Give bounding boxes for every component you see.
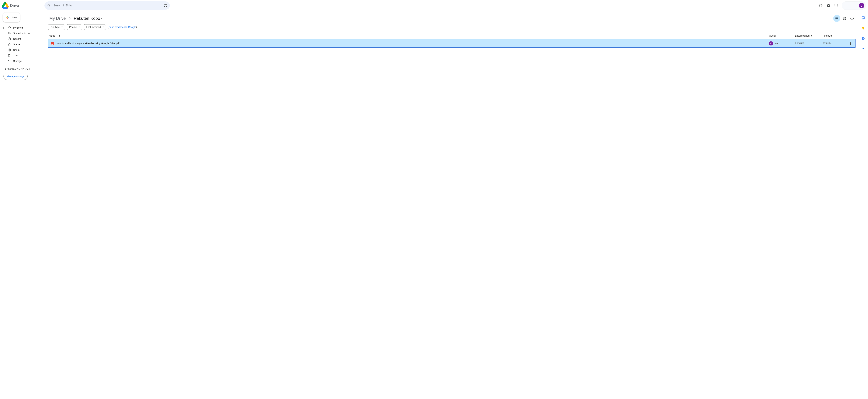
nav-shared[interactable]: Shared with me [2,31,42,36]
search-input[interactable] [53,4,162,7]
topbar: Drive C [0,0,868,11]
svg-point-11 [850,44,850,44]
star-icon [8,43,11,46]
search-icon[interactable] [45,2,53,9]
svg-point-15 [862,37,865,40]
file-name-cell: PDF How to add books to your eReader usi… [49,42,769,45]
file-size: 805 KB [823,42,847,45]
svg-rect-13 [862,17,865,17]
svg-point-8 [837,6,837,7]
plus-icon [5,15,10,20]
svg-point-4 [836,5,836,6]
svg-point-10 [850,43,850,43]
spam-icon [8,48,11,52]
chevron-right-icon [68,17,72,20]
product-name: Drive [10,3,19,8]
nav-starred[interactable]: Starred [2,42,42,47]
chip-file-type[interactable]: File type ▼ [48,24,65,30]
nav-label: Recent [13,37,21,40]
svg-point-3 [835,5,835,6]
chip-label: Last modified [86,26,101,28]
dropdown-icon: ▼ [61,26,63,28]
drive-icon [2,2,9,9]
svg-point-0 [835,4,835,5]
expand-icon[interactable]: ▶ [3,27,5,29]
nav-label: Starred [13,43,21,46]
breadcrumb-current[interactable]: Rakuten Kobo ▼ [72,15,104,22]
clock-icon [8,37,11,41]
account-switcher[interactable]: C [842,1,866,10]
sidebar: New ▶ My Drive Shared with me [0,11,44,399]
help-icon[interactable] [817,2,824,9]
content-area: My Drive Rakuten Kobo ▼ [44,12,858,399]
chip-label: People [69,26,77,28]
col-owner[interactable]: Owner [769,34,795,37]
svg-point-16 [863,48,864,49]
breadcrumb-current-label: Rakuten Kobo [74,16,100,21]
feedback-link[interactable]: Send feedback to Google [108,26,136,28]
svg-point-9 [850,42,850,43]
filter-chips: File type ▼ People ▼ Last modified ▼ (Se… [48,23,856,32]
svg-text:31: 31 [863,18,864,19]
nav-spam[interactable]: Spam [2,47,42,53]
storage-text: 14.08 GB of 15 GB used [3,68,40,70]
nav-label: Trash [13,54,19,57]
feedback-text: (Send feedback to Google) [107,26,136,28]
logo[interactable]: Drive [2,2,43,9]
chip-label: File type [51,26,60,28]
drive-outline-icon [8,26,11,30]
sort-down-icon[interactable] [58,34,61,37]
nav-recent[interactable]: Recent [2,36,42,42]
svg-point-6 [835,6,835,7]
row-more-icon[interactable] [847,40,854,47]
dropdown-icon: ▼ [78,26,80,28]
dropdown-icon: ▼ [101,18,103,20]
storage-fill [3,66,32,66]
column-header: Name Owner Last modified ▼ File size [48,32,856,39]
breadcrumb-root[interactable]: My Drive [48,15,67,22]
addons-plus-icon[interactable] [860,60,867,66]
settings-icon[interactable] [825,2,832,9]
col-last-modified[interactable]: Last modified ▼ [795,34,823,37]
contacts-icon[interactable] [860,45,867,53]
file-name: How to add books to your eReader using G… [56,42,119,45]
dropdown-icon: ▼ [102,26,104,28]
manage-storage-button[interactable]: Manage storage [3,73,28,80]
file-owner: me [774,42,778,45]
chip-people[interactable]: People ▼ [67,24,82,30]
nav-label: Spam [13,49,20,51]
svg-point-5 [837,5,837,6]
keep-icon[interactable] [860,25,867,32]
new-button[interactable]: New [3,12,20,22]
topbar-actions: C [817,1,867,10]
nav-storage[interactable]: Storage [2,58,42,64]
people-icon [8,32,11,35]
grid-view-toggle[interactable] [841,15,848,22]
new-label: New [12,16,17,19]
svg-point-1 [836,4,836,5]
col-file-size[interactable]: File size [823,34,847,37]
file-modified: 2:15 PM [795,42,823,45]
owner-avatar: C [769,41,773,45]
calendar-icon[interactable]: 31 [860,14,867,21]
nav-trash[interactable]: Trash [2,53,42,58]
chip-last-modified[interactable]: Last modified ▼ [84,24,106,30]
file-row[interactable]: PDF How to add books to your eReader usi… [48,39,856,48]
dropdown-icon: ▼ [810,35,812,37]
search-options-icon[interactable] [162,2,169,9]
trash-icon [8,54,11,57]
apps-icon[interactable] [833,2,840,9]
nav-label: My Drive [13,26,23,29]
list-view-toggle[interactable] [833,15,840,22]
cloud-icon [8,59,11,63]
side-panel: 31 [858,12,868,399]
search-bar[interactable] [44,1,170,10]
breadcrumb: My Drive Rakuten Kobo ▼ [48,14,856,23]
col-name[interactable]: Name [49,34,55,37]
avatar: C [859,3,864,8]
tasks-icon[interactable] [860,35,867,42]
storage-block: 14.08 GB of 15 GB used Manage storage [2,65,42,80]
nav-my-drive[interactable]: ▶ My Drive [2,25,42,31]
storage-bar [3,66,34,66]
info-icon[interactable] [848,15,856,22]
